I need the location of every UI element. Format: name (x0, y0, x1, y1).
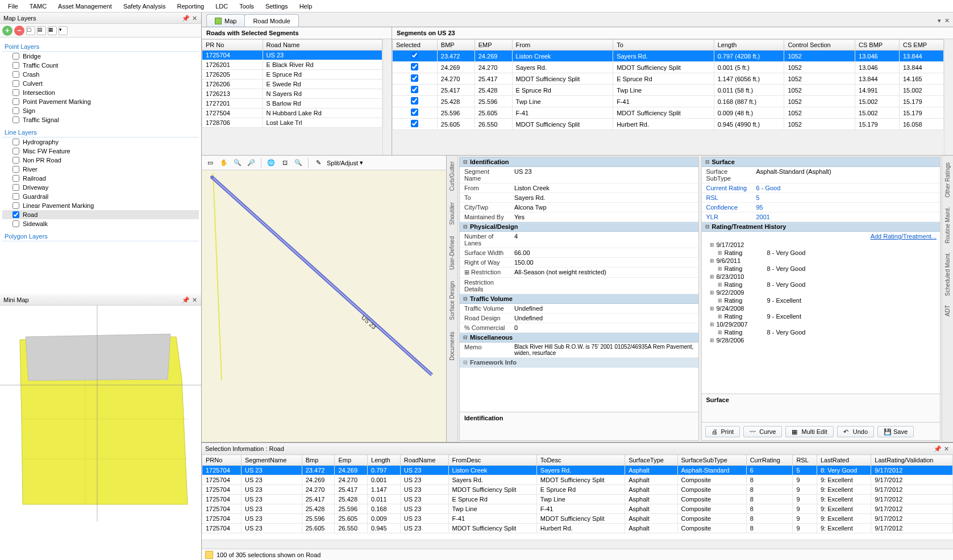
table-row[interactable]: 25.41725.428E Spruce RdTwp Line0.011 (58… (393, 85, 944, 96)
table-row[interactable]: 1727201S Barlow Rd (202, 99, 382, 108)
table-row[interactable]: 1726206E Swede Rd (202, 80, 382, 89)
layer-checkbox[interactable] (13, 148, 19, 154)
layer-checkbox[interactable] (13, 116, 19, 123)
layer-misc-fw-feature[interactable]: Misc FW Feature (2, 147, 199, 156)
layer-checkbox[interactable] (13, 220, 19, 227)
pin-icon[interactable]: 📌 (182, 15, 189, 22)
history-date[interactable]: 9/22/2009 (702, 289, 940, 296)
history-date[interactable]: 9/6/2011 (702, 257, 940, 265)
layer-checkbox[interactable] (13, 175, 19, 182)
layer-tool-2[interactable]: ▤ (37, 26, 46, 35)
layer-driveway[interactable]: Driveway (2, 183, 199, 192)
layer-hydrography[interactable]: Hydrography (2, 137, 199, 147)
table-row[interactable]: 24.26924.270Sayers Rd.MDOT Sufficiency S… (393, 62, 944, 73)
layer-checkbox[interactable] (13, 107, 19, 114)
close-icon[interactable]: ✕ (943, 445, 950, 452)
zoom-out-tool[interactable]: 🔎 (246, 158, 256, 168)
table-row[interactable]: 1727504N Hubbard Lake Rd (202, 108, 382, 118)
mini-map[interactable] (0, 306, 201, 560)
layer-culvert[interactable]: Culvert (2, 79, 199, 88)
tab-menu-icon[interactable]: ▾ (938, 17, 941, 24)
table-row[interactable]: 25.59625.605F-41MDOT Sufficiency Split0.… (393, 107, 944, 119)
history-date[interactable]: 9/28/2006 (702, 336, 940, 344)
table-row[interactable]: 1725704US 2325.42825.5960.168US 23Twp Li… (202, 504, 953, 514)
table-row[interactable]: 1726201E Black River Rd (202, 60, 382, 70)
history-date[interactable]: 10/29/2007 (702, 320, 940, 328)
scrollbar[interactable] (382, 39, 392, 155)
layer-checkbox[interactable] (13, 89, 19, 96)
layer-checkbox[interactable] (13, 53, 19, 60)
pan-tool[interactable]: ✋ (219, 158, 229, 168)
layer-traffic-count[interactable]: Traffic Count (2, 61, 199, 70)
layer-bridge[interactable]: Bridge (2, 52, 199, 61)
table-row[interactable]: 1726205E Spruce Rd (202, 70, 382, 80)
vtab-routine-maint-[interactable]: Routine Maint. (943, 202, 952, 248)
layer-checkbox[interactable] (13, 98, 19, 105)
layer-checkbox[interactable] (13, 211, 19, 218)
history-date[interactable]: 8/23/2010 (702, 273, 940, 281)
table-row[interactable]: 25.42825.596Twp LineF-410.168 (887 ft.)1… (393, 96, 944, 107)
layer-sign[interactable]: Sign (2, 106, 199, 115)
table-row[interactable]: 1725704US 2323.47224.2690.797US 23Liston… (202, 466, 953, 475)
menu-asset-management[interactable]: Asset Management (52, 1, 118, 11)
layer-checkbox[interactable] (13, 184, 19, 191)
side-tab-surface-design[interactable]: Surface Design (448, 278, 456, 323)
layer-guardrail[interactable]: Guardrail (2, 192, 199, 201)
table-row[interactable]: 24.27025.417MDOT Sufficiency SplitE Spru… (393, 73, 944, 85)
table-row[interactable]: 1728706Lost Lake Trl (202, 118, 382, 128)
side-tab-shoulder[interactable]: Shoulder (448, 199, 456, 228)
remove-layer-button[interactable]: − (14, 26, 24, 36)
add-rating-link[interactable]: Add Rating/Treatment... (702, 232, 940, 241)
print-button[interactable]: 🖨Print (705, 426, 740, 437)
layer-checkbox[interactable] (13, 139, 19, 145)
table-row[interactable]: 25.60526.550MDOT Sufficiency SplitHurber… (393, 119, 944, 130)
layer-checkbox[interactable] (13, 80, 19, 87)
layer-crash[interactable]: Crash (2, 70, 199, 79)
layer-checkbox[interactable] (13, 157, 19, 164)
select-tool[interactable]: ▭ (205, 158, 215, 168)
layer-tool-1[interactable]: ▢ (26, 26, 35, 35)
layer-traffic-signal[interactable]: Traffic Signal (2, 115, 199, 124)
vtab-other-ratings[interactable]: Other Ratings (943, 158, 952, 202)
close-icon[interactable]: ✕ (191, 296, 198, 303)
edit-tool[interactable]: ✎ (313, 158, 323, 168)
layer-checkbox[interactable] (13, 71, 19, 78)
globe-tool[interactable]: 🌐 (266, 158, 276, 168)
table-row[interactable]: 1726213N Sayers Rd (202, 89, 382, 99)
vtab-scheduled-maint-[interactable]: Scheduled Maint. (943, 248, 952, 300)
pin-icon[interactable]: 📌 (934, 445, 940, 452)
layer-tool-3[interactable]: ▦ (48, 26, 57, 35)
layer-road[interactable]: Road (2, 210, 199, 219)
tab-map[interactable]: Map (206, 14, 245, 27)
layer-tool-4[interactable]: ▾ (59, 26, 68, 35)
save-button[interactable]: 💾Save (877, 426, 914, 437)
menu-ldc[interactable]: LDC (210, 1, 234, 11)
side-tab-documents[interactable]: Documents (448, 328, 456, 364)
close-icon[interactable]: ✕ (191, 15, 198, 22)
layer-sidewalk[interactable]: Sidewalk (2, 219, 199, 228)
layer-checkbox[interactable] (13, 166, 19, 173)
scrollbar[interactable] (202, 540, 953, 549)
table-row[interactable]: 1725704US 2324.27025.4171.147US 23MDOT S… (202, 485, 953, 495)
history-date[interactable]: 9/24/2008 (702, 304, 940, 312)
side-tab-curb-gutter[interactable]: Curb/Gutter (448, 158, 456, 194)
undo-button[interactable]: ↶Undo (837, 426, 874, 437)
table-row[interactable]: 1725704US 2325.60526.5500.945US 23MDOT S… (202, 524, 953, 533)
layer-linear-pavement-marking[interactable]: Linear Pavement Marking (2, 201, 199, 210)
table-row[interactable]: 1725704US 2324.26924.2700.001US 23Sayers… (202, 475, 953, 485)
map-canvas[interactable]: US 23 (202, 170, 446, 442)
extent-tool[interactable]: ⊡ (280, 158, 290, 168)
menu-safety-analysis[interactable]: Safety Analysis (118, 1, 172, 11)
layer-point-pavement-marking[interactable]: Point Pavement Marking (2, 97, 199, 106)
add-layer-button[interactable]: + (2, 26, 13, 36)
vtab-adt[interactable]: ADT (943, 300, 952, 321)
tab-close-icon[interactable]: ✕ (944, 17, 950, 24)
table-row[interactable]: 1725704US 2325.41725.4280.011US 23E Spru… (202, 495, 953, 504)
menu-reporting[interactable]: Reporting (171, 1, 210, 11)
menu-help[interactable]: Help (294, 1, 318, 11)
table-row[interactable]: 1725704US 23 (202, 51, 382, 60)
table-row[interactable]: 1725704US 2325.59625.6050.009US 23F-41MD… (202, 514, 953, 524)
table-row[interactable]: 23.47224.269Liston CreekSayers Rd.0.797 … (393, 51, 944, 62)
layer-intersection[interactable]: Intersection (2, 88, 199, 97)
layer-river[interactable]: River (2, 165, 199, 174)
